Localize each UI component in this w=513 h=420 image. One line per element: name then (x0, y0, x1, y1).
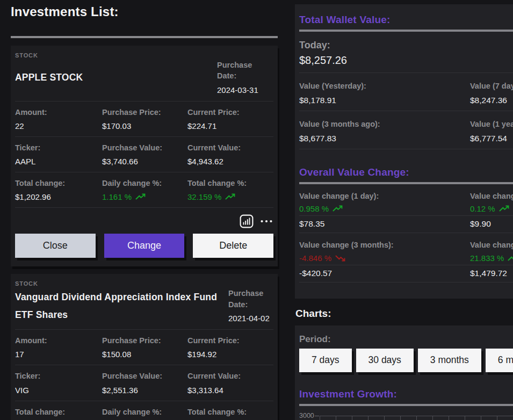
close-button[interactable]: Close (15, 234, 96, 258)
period-7-days-button[interactable]: 7 days (299, 349, 352, 372)
card-header: Vanguard Dividend Appreciation Index Fun… (15, 287, 273, 330)
card-data-row: Ticker: VIG Purchase Value: $2,551.36 Cu… (15, 365, 273, 401)
field-label: Total change %: (187, 178, 273, 189)
card-data-row: Amount: 22 Purchase Price: $170.03 Curre… (15, 102, 273, 137)
field-value: 22 (15, 120, 102, 132)
investment-card-vanguard: STOCK Vanguard Dividend Appreciation Ind… (11, 274, 278, 420)
trend-up-icon (135, 193, 147, 200)
chart-plot-area (320, 416, 513, 420)
delete-button[interactable]: Delete (193, 234, 273, 258)
total-wallet-panel: Total Wallet Value: Today: $8,257.26 Val… (295, 4, 513, 299)
field-label: Daily change %: (102, 407, 187, 417)
field-label: Purchase Value: (102, 142, 187, 153)
today-value: $8,257.26 (299, 54, 513, 73)
field-total-change: Total change: $1,202.96 (15, 178, 102, 202)
field-total-change: Total change: $762.28 (15, 407, 102, 420)
field-label: Value (3 months ago): (299, 119, 470, 129)
charts-panel: Period: 7 days 30 days 3 months 6 months… (295, 325, 513, 420)
field-label: Amount: (15, 107, 102, 118)
stock-type-label: STOCK (15, 280, 273, 287)
field-value: $9.90 (470, 216, 513, 233)
field-value: 17 (15, 349, 102, 360)
wallet-values-grid: Value (Yesterday): $8,178.91 Value (7 da… (299, 73, 513, 149)
field-amount: Amount: 22 (15, 107, 102, 132)
investments-list-section: Investments List: STOCK APPLE STOCK Purc… (11, 0, 278, 420)
field-current-value: Current Value: $3,313.64 (187, 371, 273, 395)
field-value: $1,479.72 (470, 265, 513, 283)
percent-value: 1.161 % (102, 191, 187, 202)
field-label: Value (7 days ago): (470, 81, 513, 91)
percent-value: 0.958 % (299, 204, 470, 216)
field-value: $78.35 (299, 216, 470, 233)
change-1-day: Value change (1 day): 0.958 % $78.35 (299, 184, 470, 233)
field-value: $4,943.62 (187, 156, 273, 167)
section-divider (299, 404, 513, 406)
purchase-date-block: Purchase Date: 2021-04-02 (228, 288, 273, 324)
field-value: -$420.57 (299, 265, 470, 283)
today-label: Today: (299, 40, 513, 51)
investment-card-apple: STOCK APPLE STOCK Purchase Date: 2024-03… (11, 46, 278, 266)
ellipsis-menu-icon[interactable] (261, 220, 272, 223)
field-label: Value change (3 months): (299, 240, 470, 250)
trend-down-icon (335, 255, 347, 262)
value-changes-grid: Value change (1 day): 0.958 % $78.35 Val… (299, 184, 513, 283)
bar-chart-icon[interactable] (240, 214, 254, 228)
field-current-value: Current Value: $4,943.62 (187, 142, 273, 167)
purchase-date-value: 2021-04-02 (228, 313, 273, 324)
percent-value: 32.159 % (187, 191, 273, 202)
percent-value: 0.12 % (470, 204, 513, 216)
field-value: 1.161 % (102, 191, 132, 202)
percent-value: 21.833 % (470, 254, 513, 265)
field-label: Total change: (15, 178, 102, 189)
trend-up-icon (225, 193, 237, 200)
field-label: Amount: (15, 335, 102, 346)
field-value: $6,777.54 (470, 133, 513, 144)
field-value: $194.92 (187, 349, 273, 360)
card-data-row: Amount: 17 Purchase Price: $150.08 Curre… (15, 330, 273, 365)
card-data-row: Ticker: AAPL Purchase Value: $3,740.66 C… (15, 137, 273, 172)
card-header: APPLE STOCK Purchase Date: 2024-03-31 (15, 59, 273, 102)
change-button[interactable]: Change (104, 234, 185, 258)
page: Investments List: STOCK APPLE STOCK Purc… (0, 0, 513, 420)
field-label: Total change %: (187, 407, 273, 417)
field-value: $170.03 (102, 120, 187, 132)
period-6-months-button[interactable]: 6 months (486, 349, 513, 372)
field-label: Daily change %: (102, 178, 187, 189)
field-label: Current Value: (187, 142, 273, 153)
field-current-price: Current Price: $194.92 (187, 335, 273, 360)
change-1-year: Value change (1 year): 21.833 % $1,479.7… (470, 233, 513, 282)
trend-up-icon (333, 205, 344, 212)
field-ticker: Ticker: VIG (15, 371, 102, 395)
change-3-months: Value change (3 months): -4.846 % -$420.… (299, 233, 470, 282)
field-purchase-value: Purchase Value: $3,740.66 (102, 142, 187, 167)
field-label: Value change (1 day): (299, 191, 470, 201)
trend-up-icon (508, 255, 513, 262)
wallet-title: Total Wallet Value: (299, 14, 513, 26)
field-value: -4.846 % (299, 254, 331, 263)
field-label: Ticker: (15, 142, 102, 153)
y-axis-label: 3000 (299, 412, 313, 419)
period-3-months-button[interactable]: 3 months (418, 349, 481, 372)
charts-title: Charts: (295, 308, 513, 320)
field-total-change-pct: Total change %: 32.159 % (187, 178, 273, 202)
field-label: Value change (7 days): (470, 191, 513, 201)
field-value: AAPL (15, 156, 102, 167)
value-change-title: Overall Value Change: (299, 166, 513, 178)
field-value: $2,551.36 (102, 385, 187, 396)
section-divider (299, 30, 513, 32)
field-value: VIG (15, 385, 102, 396)
field-value: $3,740.66 (102, 156, 187, 167)
stock-name: APPLE STOCK (15, 69, 217, 86)
field-value: 0.958 % (299, 204, 329, 213)
field-amount: Amount: 17 (15, 335, 102, 360)
field-label: Ticker: (15, 371, 102, 381)
field-value: $224.71 (187, 120, 273, 132)
card-data-row: Total change: $1,202.96 Daily change %: … (15, 172, 273, 208)
card-data-row: Total change: $762.28 Daily change %: 0.… (15, 401, 273, 420)
value-yesterday: Value (Yesterday): $8,178.91 (299, 73, 470, 111)
period-30-days-button[interactable]: 30 days (356, 349, 414, 372)
field-purchase-value: Purchase Value: $2,551.36 (102, 371, 187, 395)
field-label: Current Price: (187, 107, 273, 118)
field-value: $1,202.96 (15, 191, 102, 202)
field-purchase-price: Purchase Price: $170.03 (102, 107, 187, 132)
